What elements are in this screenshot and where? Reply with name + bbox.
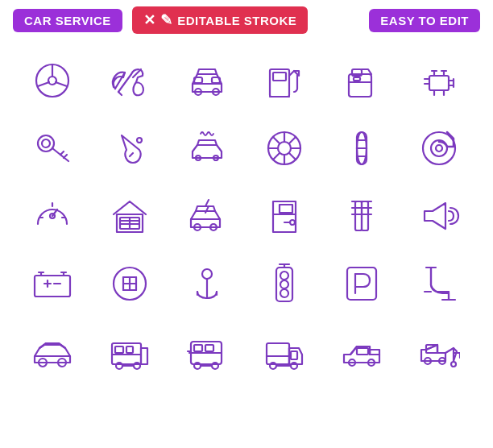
svg-rect-127 bbox=[205, 345, 213, 351]
svg-line-48 bbox=[273, 137, 280, 143]
car-seat-icon bbox=[403, 251, 475, 316]
electric-car-icon bbox=[171, 184, 243, 248]
svg-rect-80 bbox=[35, 276, 70, 297]
svg-point-102 bbox=[280, 289, 288, 297]
easy-to-edit-label: EASY TO EDIT bbox=[380, 14, 469, 27]
svg-point-148 bbox=[451, 362, 456, 367]
fuel-can-icon bbox=[325, 48, 398, 113]
svg-rect-118 bbox=[115, 346, 123, 353]
svg-line-4 bbox=[56, 82, 67, 86]
icons-grid bbox=[0, 40, 493, 392]
sedan-car-icon bbox=[16, 319, 89, 384]
svg-rect-21 bbox=[429, 76, 449, 90]
svg-rect-138 bbox=[370, 350, 379, 355]
svg-rect-142 bbox=[357, 348, 368, 355]
svg-rect-135 bbox=[291, 351, 297, 359]
svg-rect-9 bbox=[194, 77, 202, 83]
gear-stick-icon bbox=[171, 251, 243, 316]
cross-icon: ✕ ✎ bbox=[143, 11, 173, 29]
gear-shift-circle-icon bbox=[93, 251, 166, 316]
traffic-light-icon bbox=[248, 251, 321, 316]
wrench-screwdriver-icon bbox=[93, 48, 166, 113]
svg-rect-15 bbox=[273, 73, 286, 81]
tow-truck-icon bbox=[403, 319, 475, 384]
svg-point-34 bbox=[42, 139, 50, 147]
horn-icon bbox=[403, 184, 475, 248]
rv-camper-icon bbox=[93, 319, 166, 384]
svg-rect-131 bbox=[267, 343, 289, 364]
svg-line-3 bbox=[38, 82, 49, 86]
car-door-icon bbox=[248, 184, 321, 248]
parking-icon bbox=[325, 251, 398, 316]
brake-disc-icon bbox=[403, 116, 475, 180]
wiper-icon bbox=[325, 184, 398, 248]
pickup-truck-icon bbox=[325, 319, 398, 384]
delivery-truck-icon bbox=[248, 319, 321, 384]
svg-point-95 bbox=[202, 269, 212, 279]
engine-icon bbox=[403, 48, 475, 113]
svg-point-59 bbox=[436, 145, 442, 151]
car-front-icon bbox=[171, 48, 243, 113]
svg-line-37 bbox=[64, 155, 67, 158]
editable-stroke-label: EDITABLE STROKE bbox=[177, 14, 296, 27]
badge-easy-to-edit: EASY TO EDIT bbox=[369, 9, 480, 32]
car-wash-icon bbox=[171, 116, 243, 180]
page-container: CAR SERVICE ✕ ✎ EDITABLE STROKE EASY TO … bbox=[0, 0, 493, 392]
svg-rect-119 bbox=[126, 346, 133, 353]
svg-line-49 bbox=[289, 137, 296, 143]
speedometer-icon bbox=[16, 184, 89, 248]
car-service-label: CAR SERVICE bbox=[24, 14, 111, 27]
svg-rect-75 bbox=[355, 201, 362, 230]
svg-point-101 bbox=[280, 280, 288, 288]
badge-editable-stroke: ✕ ✎ EDITABLE STROKE bbox=[132, 6, 309, 34]
svg-point-1 bbox=[48, 77, 56, 85]
svg-rect-10 bbox=[212, 77, 220, 83]
wheel-rim-icon bbox=[248, 116, 321, 180]
steering-wheel-icon bbox=[16, 48, 89, 113]
svg-rect-99 bbox=[276, 268, 292, 301]
key-icon bbox=[16, 116, 89, 180]
badge-car-service: CAR SERVICE bbox=[13, 9, 122, 32]
svg-point-100 bbox=[280, 272, 288, 280]
svg-line-38 bbox=[130, 153, 133, 156]
header-bar: CAR SERVICE ✕ ✎ EDITABLE STROKE EASY TO … bbox=[0, 0, 493, 40]
svg-point-39 bbox=[137, 138, 142, 143]
battery-icon bbox=[16, 251, 89, 316]
caravan-icon bbox=[171, 319, 243, 384]
svg-line-7 bbox=[118, 92, 122, 95]
svg-point-33 bbox=[38, 135, 54, 151]
tire-icon bbox=[325, 116, 398, 180]
svg-rect-19 bbox=[354, 77, 360, 81]
oil-drop-icon bbox=[93, 116, 166, 180]
svg-line-50 bbox=[273, 153, 280, 160]
svg-line-36 bbox=[60, 151, 64, 155]
svg-rect-126 bbox=[194, 345, 202, 351]
garage-icon bbox=[93, 184, 166, 248]
svg-rect-105 bbox=[347, 268, 376, 300]
svg-rect-76 bbox=[362, 201, 368, 230]
gas-station-icon bbox=[248, 48, 321, 113]
svg-point-57 bbox=[423, 132, 455, 164]
svg-line-51 bbox=[289, 153, 296, 160]
